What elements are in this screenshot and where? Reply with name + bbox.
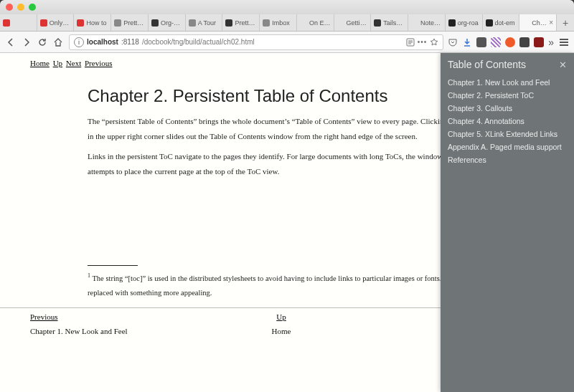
page-actions-icon[interactable]: •••	[418, 38, 428, 46]
browser-tab[interactable]: How to	[74, 14, 111, 31]
browser-tab[interactable]: Chapter×	[519, 14, 557, 31]
nav-up-link[interactable]: Up	[53, 59, 62, 67]
toc-panel: Table of Contents ✕ Chapter 1. New Look …	[441, 53, 574, 392]
toc-item[interactable]: Chapter 1. New Look and Feel	[448, 76, 567, 89]
browser-tab[interactable]	[0, 14, 37, 31]
favicon	[40, 19, 47, 27]
tab-label: dot-em	[495, 19, 517, 27]
tab-label: Note-taking	[420, 19, 442, 27]
tab-label: A Tour	[198, 19, 220, 27]
favicon	[374, 19, 381, 27]
tab-label: Pretty C	[235, 19, 256, 27]
extensions-overflow-icon[interactable]: »	[548, 37, 554, 48]
hamburger-menu-icon[interactable]	[558, 39, 570, 46]
nav-previous-link[interactable]: Previous	[85, 59, 113, 67]
extension-icon[interactable]	[505, 37, 515, 47]
browser-tab[interactable]: Imbox	[260, 14, 297, 31]
favicon	[114, 19, 121, 27]
url-port: :8118	[121, 38, 139, 46]
favicon	[337, 19, 344, 27]
browser-tab[interactable]: org-roa	[446, 14, 483, 31]
traffic-lights	[6, 4, 36, 11]
browser-tab[interactable]: dot-em	[483, 14, 520, 31]
extension-icon[interactable]	[476, 37, 486, 47]
tab-label: Imbox	[272, 19, 293, 27]
footer-prev-title: Chapter 1. New Look and Feel	[30, 327, 197, 335]
nav-home-link[interactable]: Home	[30, 59, 50, 67]
toc-panel-title: Table of Contents	[448, 59, 526, 70]
browser-tab[interactable]: Pretty C	[222, 14, 260, 31]
toc-item[interactable]: Chapter 2. Persistent ToC	[448, 89, 567, 102]
toc-item[interactable]: Appendix A. Paged media support	[448, 140, 567, 153]
forward-button[interactable]	[20, 36, 33, 49]
toc-item[interactable]: Chapter 3. Callouts	[448, 102, 567, 115]
favicon	[411, 19, 418, 27]
toolbar: i localhost:8118/docbook/tng/build/actua…	[0, 32, 574, 53]
extension-icon[interactable]	[519, 37, 530, 47]
tab-label: Only Co	[50, 19, 71, 27]
url-bar[interactable]: i localhost:8118/docbook/tng/build/actua…	[69, 34, 443, 50]
extensions-bar: »	[448, 37, 570, 48]
window-minimize-button[interactable]	[17, 4, 24, 11]
tab-label: org-roa	[458, 19, 479, 27]
tab-close-icon[interactable]: ×	[549, 19, 553, 27]
back-button[interactable]	[4, 36, 17, 49]
toc-item[interactable]: Chapter 5. XLink Extended Links	[448, 128, 567, 140]
browser-tab[interactable]: Note-taking	[408, 14, 446, 31]
tab-strip: Only CoHow toPretty FOrg-moA TourPretty …	[0, 14, 574, 32]
browser-tab[interactable]: Org-mo	[149, 14, 186, 31]
url-path: /docbook/tng/build/actual/ch02.html	[142, 38, 255, 46]
window-titlebar	[0, 0, 574, 14]
favicon	[3, 19, 10, 27]
download-icon[interactable]	[462, 37, 472, 47]
favicon	[300, 19, 307, 27]
reader-mode-icon[interactable]	[406, 38, 415, 47]
footnote-separator	[88, 265, 138, 266]
favicon	[189, 19, 196, 27]
url-host: localhost	[87, 38, 118, 46]
browser-tab[interactable]: Getting Start	[334, 14, 372, 31]
page-viewport: Home Up Next Previous Chapter 2. Persist…	[0, 53, 574, 392]
favicon	[522, 19, 530, 27]
tab-label: Chapter	[532, 19, 547, 27]
extension-icon[interactable]	[491, 37, 501, 47]
browser-tab[interactable]: Pretty F	[111, 14, 149, 31]
browser-tab[interactable]: Only Co	[37, 14, 75, 31]
new-tab-button[interactable]: +	[557, 14, 574, 31]
home-button[interactable]	[52, 36, 65, 49]
footer-home-link[interactable]: Home	[272, 327, 291, 335]
footer-up-link[interactable]: Up	[276, 312, 286, 321]
window-maximize-button[interactable]	[29, 4, 36, 11]
tab-label: Tailscale	[383, 19, 405, 27]
toc-item[interactable]: References	[448, 153, 567, 166]
favicon	[263, 19, 270, 27]
tab-label: Pretty F	[123, 19, 145, 27]
footer-prev-link[interactable]: Previous	[30, 312, 58, 321]
nav-next-link[interactable]: Next	[66, 59, 81, 67]
browser-tab[interactable]: A Tour	[186, 14, 223, 31]
browser-tab[interactable]: Tailscale	[371, 14, 408, 31]
window-close-button[interactable]	[6, 4, 13, 11]
bookmark-star-icon[interactable]	[430, 38, 438, 47]
tab-label: On Emacs	[309, 19, 331, 27]
site-info-icon[interactable]: i	[74, 37, 84, 47]
toc-item[interactable]: Chapter 4. Annotations	[448, 115, 567, 128]
ublock-icon[interactable]	[534, 37, 544, 47]
tab-label: Getting Start	[347, 19, 368, 27]
tab-label: How to	[86, 19, 108, 27]
reload-button[interactable]	[36, 36, 49, 49]
tab-label: Org-mo	[161, 19, 182, 27]
favicon	[486, 19, 493, 27]
favicon	[225, 19, 232, 27]
favicon	[151, 19, 159, 27]
favicon	[448, 19, 456, 27]
favicon	[77, 19, 84, 27]
browser-tab[interactable]: On Emacs	[297, 14, 334, 31]
pocket-icon[interactable]	[448, 37, 458, 47]
toc-close-button[interactable]: ✕	[559, 59, 567, 70]
